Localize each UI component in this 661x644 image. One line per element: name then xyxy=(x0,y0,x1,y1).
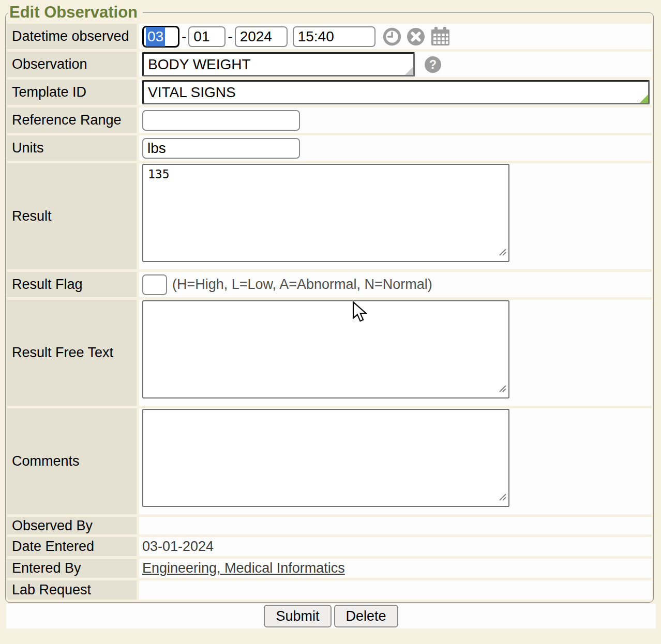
cell-lab-request xyxy=(139,580,652,600)
cell-datetime-observed: 03 - - xyxy=(139,24,652,49)
resize-grip-icon[interactable] xyxy=(499,248,507,258)
label-units: Units xyxy=(7,135,137,161)
help-icon[interactable]: ? xyxy=(424,56,442,73)
date-entered-value: 03-01-2024 xyxy=(142,539,214,555)
label-reference-range: Reference Range xyxy=(7,108,137,133)
label-datetime-observed: Datetime observed xyxy=(7,24,137,49)
delete-button[interactable]: Delete xyxy=(334,605,398,627)
cell-observed-by xyxy=(139,517,652,534)
time-input[interactable] xyxy=(293,26,375,47)
cell-result: 135 xyxy=(139,163,652,269)
result-flag-hint: (H=High, L=Low, A=Abnormal, N=Normal) xyxy=(172,277,432,293)
label-observation: Observation xyxy=(7,52,137,77)
result-flag-input[interactable] xyxy=(142,274,167,295)
resize-grip-icon[interactable] xyxy=(499,493,507,503)
edit-observation-fieldset: Edit Observation Datetime observed 03 - … xyxy=(5,3,654,603)
label-result-flag: Result Flag xyxy=(7,272,137,297)
label-comments: Comments xyxy=(7,408,137,514)
cell-result-flag: (H=High, L=Low, A=Abnormal, N=Normal) xyxy=(139,272,652,297)
label-lab-request: Lab Request xyxy=(7,580,137,600)
submit-button[interactable]: Submit xyxy=(264,605,331,627)
result-free-text-textarea[interactable] xyxy=(142,300,509,398)
label-template-id: Template ID xyxy=(7,80,137,105)
page: { "legend": "Edit Observation", "colors"… xyxy=(0,0,661,644)
observation-input[interactable]: BODY WEIGHT xyxy=(142,52,415,76)
resize-grip-icon[interactable] xyxy=(499,385,507,395)
comments-textarea[interactable] xyxy=(142,409,509,507)
cell-units xyxy=(139,135,652,161)
cell-result-free-text xyxy=(139,300,652,406)
autocomplete-indicator-icon xyxy=(640,95,648,103)
cell-template-id: VITAL SIGNS xyxy=(139,80,652,105)
form-actions-bar: Submit Delete xyxy=(6,604,656,628)
page-title: Edit Observation xyxy=(8,3,143,22)
cell-entered-by: Engineering, Medical Informatics xyxy=(139,559,652,578)
observation-value: BODY WEIGHT xyxy=(148,56,251,73)
calendar-icon[interactable] xyxy=(430,27,450,46)
cell-observation: BODY WEIGHT ? xyxy=(139,52,652,77)
label-result-free-text: Result Free Text xyxy=(7,300,137,406)
cell-date-entered: 03-01-2024 xyxy=(139,537,652,556)
year-input[interactable] xyxy=(235,26,288,47)
cell-comments xyxy=(139,408,652,514)
clear-icon[interactable] xyxy=(407,27,425,46)
date-separator: - xyxy=(182,28,186,45)
date-separator: - xyxy=(228,28,232,45)
resize-corner-icon xyxy=(405,67,413,75)
entered-by-link[interactable]: Engineering, Medical Informatics xyxy=(142,560,345,576)
month-input[interactable]: 03 xyxy=(142,26,179,48)
clock-icon[interactable] xyxy=(383,27,401,46)
svg-text:?: ? xyxy=(429,58,437,71)
reference-range-input[interactable] xyxy=(142,110,300,131)
label-entered-by: Entered By xyxy=(7,559,137,578)
result-textarea[interactable]: 135 xyxy=(142,164,509,262)
observation-form-grid: Datetime observed 03 - - xyxy=(7,24,652,600)
day-input[interactable] xyxy=(188,26,226,47)
template-id-input[interactable]: VITAL SIGNS xyxy=(142,80,650,104)
cell-reference-range xyxy=(139,108,652,133)
label-observed-by: Observed By xyxy=(7,517,137,534)
label-result: Result xyxy=(7,163,137,269)
month-selected-text: 03 xyxy=(146,27,165,47)
units-input[interactable] xyxy=(142,138,300,159)
template-id-value: VITAL SIGNS xyxy=(148,84,236,101)
label-date-entered: Date Entered xyxy=(7,537,137,556)
